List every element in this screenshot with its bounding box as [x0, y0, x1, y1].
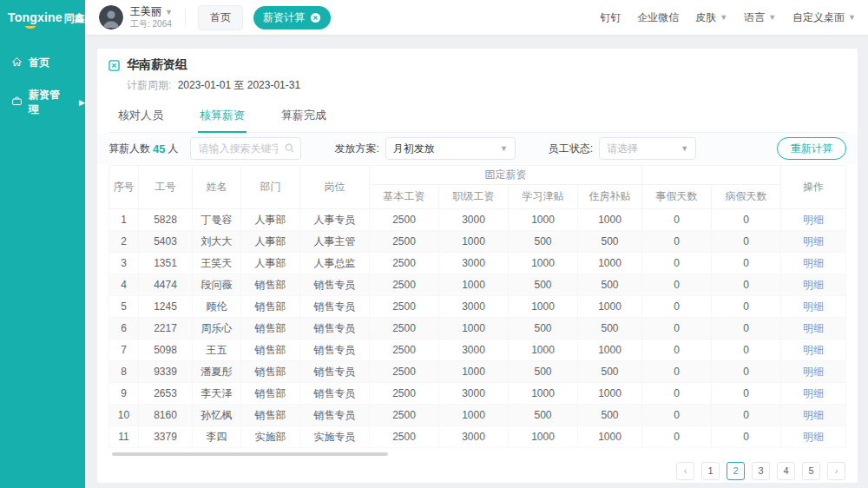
table-row: 25403刘大大人事部人事主管2500100050050000明细	[109, 231, 846, 253]
chevron-down-icon: ▼	[768, 13, 776, 22]
table-cell: 段问薇	[193, 274, 241, 296]
column-header: 部门	[241, 166, 300, 209]
sidebar-item-label: 首页	[29, 56, 49, 70]
detail-link[interactable]: 明细	[803, 235, 824, 247]
detail-link[interactable]: 明细	[803, 300, 824, 313]
pagination-page-4[interactable]: 4	[777, 462, 795, 480]
content-tabs: 核对人员核算薪资算薪完成	[108, 101, 846, 133]
detail-link[interactable]: 明细	[803, 431, 824, 443]
pagination-next[interactable]: ›	[827, 462, 845, 480]
table-cell: 0	[642, 296, 712, 318]
detail-link[interactable]: 明细	[803, 257, 824, 269]
detail-link[interactable]: 明细	[803, 322, 824, 334]
table-cell: 2500	[370, 426, 439, 448]
chevron-down-icon: ▼	[681, 144, 688, 153]
pagination-page-3[interactable]: 3	[752, 462, 770, 480]
table-cell: 销售专员	[300, 274, 370, 296]
table-cell-action: 明细	[781, 274, 846, 296]
logo-text-cn: 同鑫	[64, 11, 85, 26]
count-unit: 人	[168, 142, 178, 156]
header-menu-语言[interactable]: 语言▼	[744, 10, 776, 25]
table-cell: 2500	[370, 209, 439, 231]
pagination-page-2[interactable]: 2	[727, 462, 745, 480]
exit-group-icon[interactable]	[108, 60, 120, 71]
page-title: 华南薪资组	[127, 57, 187, 73]
detail-link[interactable]: 明细	[803, 387, 824, 399]
table-cell: 0	[712, 318, 781, 340]
table-cell: 销售部	[241, 361, 300, 383]
table-cell: 1000	[578, 209, 642, 231]
header-menu-皮肤[interactable]: 皮肤▼	[695, 10, 727, 25]
header-menu-label: 皮肤	[695, 10, 716, 25]
close-circle-icon[interactable]	[310, 12, 321, 23]
table-cell: 0	[712, 383, 781, 405]
chevron-right-icon: ▶	[79, 99, 85, 107]
table-cell: 0	[712, 209, 781, 231]
header-menu-钉钉[interactable]: 钉钉	[600, 10, 621, 25]
table-cell: 销售专员	[300, 318, 370, 340]
avatar[interactable]	[99, 5, 123, 30]
status-value: 请选择	[607, 142, 638, 156]
table-cell: 0	[642, 253, 712, 274]
table-cell: 0	[712, 426, 781, 448]
pagination-page-5[interactable]: 5	[802, 462, 820, 480]
table-cell: 500	[578, 318, 642, 340]
tab-核对人员[interactable]: 核对人员	[116, 101, 165, 132]
detail-link[interactable]: 明细	[803, 214, 824, 226]
detail-link[interactable]: 明细	[803, 344, 824, 356]
column-subheader: 病假天数	[712, 185, 781, 209]
table-cell: 5828	[139, 209, 193, 231]
table-cell: 销售专员	[300, 361, 370, 383]
detail-link[interactable]: 明细	[803, 409, 824, 421]
pagination-prev[interactable]: ‹	[676, 462, 694, 480]
table-cell: 3379	[139, 426, 193, 448]
header-menu-label: 企业微信	[637, 10, 679, 25]
sidebar: Tongxine 同鑫 首页薪资管理▶	[0, 0, 85, 488]
table-cell-action: 明细	[781, 231, 846, 253]
content-card: 华南薪资组 计薪周期: 2023-01-01 至 2023-01-31 核对人员…	[97, 49, 858, 483]
table-row: 75098王五销售部销售专员250030001000100000明细	[109, 340, 846, 361]
tab-算薪完成[interactable]: 算薪完成	[279, 101, 328, 132]
table-cell: 2653	[139, 383, 193, 405]
table-header-row-1: 序号工号姓名部门岗位固定薪资操作	[109, 166, 846, 185]
table-cell: 8	[109, 361, 139, 383]
recalculate-button[interactable]: 重新计算	[777, 137, 846, 160]
table-cell: 0	[642, 209, 712, 231]
table-cell: 3000	[439, 383, 509, 405]
plan-label: 发放方案:	[334, 142, 378, 156]
header-menu-企业微信[interactable]: 企业微信	[637, 10, 679, 25]
table-cell: 人事部	[241, 253, 300, 274]
table-cell: 3000	[439, 296, 509, 318]
header-menu-自定义桌面[interactable]: 自定义桌面▼	[792, 10, 856, 25]
sidebar-item-home[interactable]: 首页	[0, 47, 85, 79]
table-cell: 1	[109, 209, 139, 231]
plan-select[interactable]: 月初发放 ▼	[385, 137, 516, 160]
workspace-tab-薪资计算[interactable]: 薪资计算	[253, 6, 331, 30]
table-cell: 1351	[139, 253, 193, 274]
workspace-tab-首页[interactable]: 首页	[198, 5, 243, 30]
detail-link[interactable]: 明细	[803, 366, 824, 378]
table-cell: 丁曼容	[193, 209, 241, 231]
status-select[interactable]: 请选择 ▼	[599, 137, 696, 160]
workspace-tabs: 首页薪资计算	[198, 5, 331, 30]
table-cell: 500	[578, 361, 642, 383]
user-menu[interactable]: 王美丽▼ 工号: 2064	[130, 5, 173, 30]
sidebar-item-payroll[interactable]: 薪资管理▶	[0, 79, 85, 126]
table-row: 113379李四实施部实施专员250030001000100000明细	[109, 426, 846, 448]
user-employee-no: 工号: 2064	[130, 19, 173, 30]
table-row: 15828丁曼容人事部人事专员250030001000100000明细	[109, 209, 846, 231]
table-body: 15828丁曼容人事部人事专员250030001000100000明细25403…	[109, 209, 846, 448]
table-cell: 销售部	[241, 318, 300, 340]
period-label: 计薪周期:	[127, 79, 171, 91]
table-cell: 0	[642, 383, 712, 405]
table-cell: 500	[509, 274, 578, 296]
tab-核算薪资[interactable]: 核算薪资	[198, 101, 247, 133]
table-cell: 销售部	[241, 274, 300, 296]
horizontal-scrollbar[interactable]	[112, 452, 388, 456]
detail-link[interactable]: 明细	[803, 279, 824, 291]
table-cell: 1000	[578, 340, 642, 361]
workspace-tab-label: 薪资计算	[263, 10, 305, 25]
table-cell: 9339	[139, 361, 193, 383]
chevron-down-icon: ▼	[165, 8, 173, 16]
pagination-page-1[interactable]: 1	[701, 462, 720, 480]
